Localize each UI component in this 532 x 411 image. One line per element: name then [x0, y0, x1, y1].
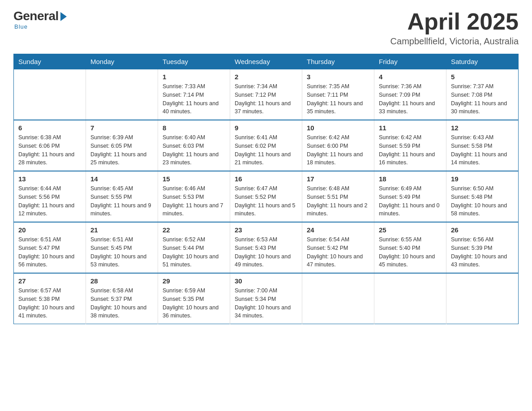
day-number: 19	[451, 175, 514, 183]
page-header: General Blue April 2025 Campbellfield, V…	[13, 9, 519, 47]
day-info: Sunrise: 6:43 AMSunset: 5:58 PMDaylight:…	[451, 133, 514, 167]
day-info: Sunrise: 6:57 AMSunset: 5:38 PMDaylight:…	[18, 287, 81, 320]
calendar-cell: 24Sunrise: 6:54 AMSunset: 5:42 PMDayligh…	[302, 222, 374, 273]
calendar-cell: 17Sunrise: 6:48 AMSunset: 5:51 PMDayligh…	[302, 171, 374, 222]
page-subtitle: Campbellfield, Victoria, Australia	[390, 36, 519, 47]
calendar-cell: 13Sunrise: 6:44 AMSunset: 5:56 PMDayligh…	[14, 171, 86, 222]
page-title: April 2025	[390, 9, 519, 34]
calendar-cell	[374, 273, 446, 324]
calendar-cell: 7Sunrise: 6:39 AMSunset: 6:05 PMDaylight…	[86, 120, 158, 171]
calendar-week-0: 1Sunrise: 7:33 AMSunset: 7:14 PMDaylight…	[14, 69, 519, 120]
day-info: Sunrise: 6:58 AMSunset: 5:37 PMDaylight:…	[90, 287, 153, 320]
day-info: Sunrise: 6:48 AMSunset: 5:51 PMDaylight:…	[307, 184, 369, 218]
day-info: Sunrise: 7:36 AMSunset: 7:09 PMDaylight:…	[379, 82, 442, 116]
calendar-cell: 18Sunrise: 6:49 AMSunset: 5:49 PMDayligh…	[374, 171, 446, 222]
calendar-cell: 23Sunrise: 6:53 AMSunset: 5:43 PMDayligh…	[230, 222, 302, 273]
day-number: 24	[307, 226, 369, 234]
day-number: 23	[235, 226, 297, 234]
day-number: 3	[307, 73, 369, 81]
day-number: 10	[307, 124, 369, 132]
calendar-cell: 21Sunrise: 6:51 AMSunset: 5:45 PMDayligh…	[86, 222, 158, 273]
day-number: 20	[18, 226, 81, 234]
day-number: 6	[18, 124, 81, 132]
day-number: 12	[451, 124, 514, 132]
calendar-cell: 25Sunrise: 6:55 AMSunset: 5:40 PMDayligh…	[374, 222, 446, 273]
day-number: 26	[451, 226, 514, 234]
calendar-cell: 3Sunrise: 7:35 AMSunset: 7:11 PMDaylight…	[302, 69, 374, 120]
calendar-week-3: 20Sunrise: 6:51 AMSunset: 5:47 PMDayligh…	[14, 222, 519, 273]
day-info: Sunrise: 6:47 AMSunset: 5:52 PMDaylight:…	[235, 184, 297, 218]
weekday-header-tuesday: Tuesday	[158, 54, 230, 69]
calendar-cell: 2Sunrise: 7:34 AMSunset: 7:12 PMDaylight…	[230, 69, 302, 120]
day-number: 14	[90, 175, 153, 183]
calendar-cell: 1Sunrise: 7:33 AMSunset: 7:14 PMDaylight…	[158, 69, 230, 120]
day-info: Sunrise: 6:51 AMSunset: 5:45 PMDaylight:…	[90, 235, 153, 269]
calendar-cell: 19Sunrise: 6:50 AMSunset: 5:48 PMDayligh…	[446, 171, 519, 222]
day-info: Sunrise: 7:35 AMSunset: 7:11 PMDaylight:…	[307, 82, 369, 116]
weekday-header-wednesday: Wednesday	[230, 54, 302, 69]
day-info: Sunrise: 6:41 AMSunset: 6:02 PMDaylight:…	[235, 133, 297, 167]
day-number: 13	[18, 175, 81, 183]
day-info: Sunrise: 6:59 AMSunset: 5:35 PMDaylight:…	[163, 287, 225, 320]
calendar-cell: 27Sunrise: 6:57 AMSunset: 5:38 PMDayligh…	[14, 273, 86, 324]
calendar-cell: 8Sunrise: 6:40 AMSunset: 6:03 PMDaylight…	[158, 120, 230, 171]
day-info: Sunrise: 6:38 AMSunset: 6:06 PMDaylight:…	[18, 133, 81, 167]
logo-general-text: General	[13, 9, 59, 23]
day-number: 11	[379, 124, 442, 132]
day-info: Sunrise: 6:56 AMSunset: 5:39 PMDaylight:…	[451, 235, 514, 269]
calendar-cell: 5Sunrise: 7:37 AMSunset: 7:08 PMDaylight…	[446, 69, 519, 120]
weekday-header-saturday: Saturday	[446, 54, 519, 69]
weekday-header-monday: Monday	[86, 54, 158, 69]
day-info: Sunrise: 6:49 AMSunset: 5:49 PMDaylight:…	[379, 184, 442, 218]
day-info: Sunrise: 6:45 AMSunset: 5:55 PMDaylight:…	[90, 184, 153, 218]
day-info: Sunrise: 6:40 AMSunset: 6:03 PMDaylight:…	[163, 133, 225, 167]
day-info: Sunrise: 6:44 AMSunset: 5:56 PMDaylight:…	[18, 184, 81, 218]
day-number: 30	[235, 277, 297, 285]
calendar-header: SundayMondayTuesdayWednesdayThursdayFrid…	[14, 54, 519, 69]
calendar-cell: 6Sunrise: 6:38 AMSunset: 6:06 PMDaylight…	[14, 120, 86, 171]
calendar-cell	[86, 69, 158, 120]
calendar-table: SundayMondayTuesdayWednesdayThursdayFrid…	[13, 54, 519, 324]
logo: General Blue	[13, 9, 67, 30]
day-info: Sunrise: 6:42 AMSunset: 5:59 PMDaylight:…	[379, 133, 442, 167]
logo-arrow-icon	[60, 12, 67, 21]
day-number: 7	[90, 124, 153, 132]
day-number: 27	[18, 277, 81, 285]
weekday-header-thursday: Thursday	[302, 54, 374, 69]
day-info: Sunrise: 6:46 AMSunset: 5:53 PMDaylight:…	[163, 184, 225, 218]
calendar-cell: 9Sunrise: 6:41 AMSunset: 6:02 PMDaylight…	[230, 120, 302, 171]
calendar-cell	[302, 273, 374, 324]
calendar-cell: 15Sunrise: 6:46 AMSunset: 5:53 PMDayligh…	[158, 171, 230, 222]
calendar-cell: 14Sunrise: 6:45 AMSunset: 5:55 PMDayligh…	[86, 171, 158, 222]
day-info: Sunrise: 6:52 AMSunset: 5:44 PMDaylight:…	[163, 235, 225, 269]
day-number: 9	[235, 124, 297, 132]
calendar-cell: 20Sunrise: 6:51 AMSunset: 5:47 PMDayligh…	[14, 222, 86, 273]
day-number: 29	[163, 277, 225, 285]
day-number: 1	[163, 73, 225, 81]
day-info: Sunrise: 6:51 AMSunset: 5:47 PMDaylight:…	[18, 235, 81, 269]
logo-blue-text: Blue	[14, 23, 28, 30]
calendar-week-1: 6Sunrise: 6:38 AMSunset: 6:06 PMDaylight…	[14, 120, 519, 171]
calendar-cell: 29Sunrise: 6:59 AMSunset: 5:35 PMDayligh…	[158, 273, 230, 324]
day-number: 4	[379, 73, 442, 81]
calendar-week-2: 13Sunrise: 6:44 AMSunset: 5:56 PMDayligh…	[14, 171, 519, 222]
day-number: 8	[163, 124, 225, 132]
weekday-header-friday: Friday	[374, 54, 446, 69]
calendar-cell	[14, 69, 86, 120]
calendar-week-4: 27Sunrise: 6:57 AMSunset: 5:38 PMDayligh…	[14, 273, 519, 324]
day-number: 15	[163, 175, 225, 183]
day-number: 18	[379, 175, 442, 183]
day-info: Sunrise: 7:34 AMSunset: 7:12 PMDaylight:…	[235, 82, 297, 116]
calendar-body: 1Sunrise: 7:33 AMSunset: 7:14 PMDaylight…	[14, 69, 519, 324]
calendar-cell: 16Sunrise: 6:47 AMSunset: 5:52 PMDayligh…	[230, 171, 302, 222]
calendar-cell: 4Sunrise: 7:36 AMSunset: 7:09 PMDaylight…	[374, 69, 446, 120]
day-info: Sunrise: 6:39 AMSunset: 6:05 PMDaylight:…	[90, 133, 153, 167]
calendar-cell: 12Sunrise: 6:43 AMSunset: 5:58 PMDayligh…	[446, 120, 519, 171]
day-number: 28	[90, 277, 153, 285]
day-info: Sunrise: 7:33 AMSunset: 7:14 PMDaylight:…	[163, 82, 225, 116]
weekday-header-row: SundayMondayTuesdayWednesdayThursdayFrid…	[14, 54, 519, 69]
calendar-cell: 30Sunrise: 7:00 AMSunset: 5:34 PMDayligh…	[230, 273, 302, 324]
day-number: 2	[235, 73, 297, 81]
day-number: 25	[379, 226, 442, 234]
day-info: Sunrise: 7:00 AMSunset: 5:34 PMDaylight:…	[235, 287, 297, 320]
